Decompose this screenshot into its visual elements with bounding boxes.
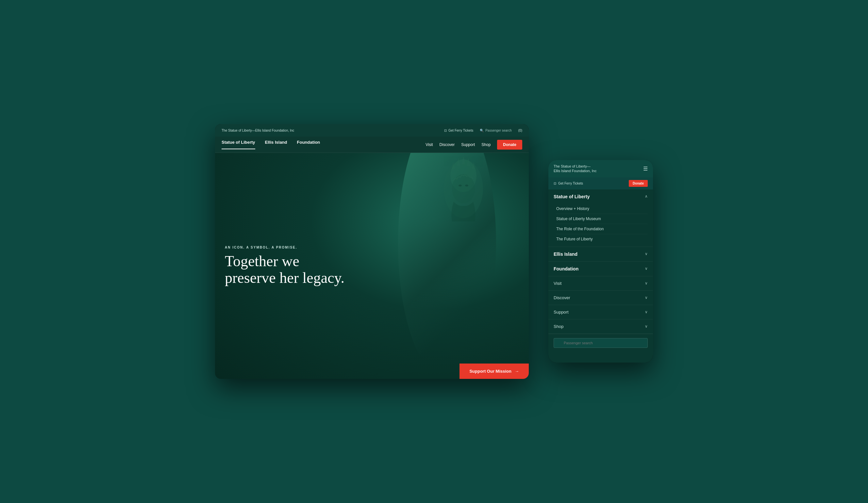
passenger-search[interactable]: 🔍 Passenger search bbox=[480, 129, 512, 132]
submenu-role-foundation[interactable]: The Role of the Foundation bbox=[556, 224, 648, 234]
primary-nav: Statue of Liberty Ellis Island Foundatio… bbox=[221, 140, 320, 149]
ferry-label: Get Ferry Tickets bbox=[448, 129, 473, 132]
mobile-ferry-bar: ⊡ Get Ferry Tickets Donate bbox=[548, 177, 653, 189]
chevron-down-icon-ellis: ∨ bbox=[645, 251, 648, 256]
hamburger-icon[interactable]: ☰ bbox=[643, 166, 648, 172]
mobile-mockup: The Statue of Liberty— Ellis Island Foun… bbox=[548, 160, 653, 363]
chevron-down-icon-support: ∨ bbox=[645, 310, 648, 315]
mobile-search-section: 🔍 bbox=[548, 334, 653, 352]
support-mission-arrow: → bbox=[515, 369, 519, 374]
chevron-down-icon-foundation: ∨ bbox=[645, 266, 648, 271]
nav-foundation[interactable]: Foundation bbox=[297, 140, 320, 149]
chevron-down-icon-visit: ∨ bbox=[645, 281, 648, 286]
nav-statue-of-liberty[interactable]: Statue of Liberty bbox=[221, 140, 255, 149]
mobile-site-title: The Statue of Liberty— Ellis Island Foun… bbox=[554, 164, 597, 174]
mobile-link-shop[interactable]: Shop ∨ bbox=[548, 319, 653, 334]
mobile-section-title-statue: Statue of Liberty bbox=[554, 194, 590, 199]
mobile-section-foundation-header[interactable]: Foundation ∨ bbox=[548, 262, 653, 276]
tablet-topbar: The Statue of Liberty—Ellis Island Found… bbox=[215, 124, 529, 137]
mobile-section-statue-header[interactable]: Statue of Liberty ∧ bbox=[548, 189, 653, 204]
mobile-section-title-foundation: Foundation bbox=[554, 266, 578, 271]
mobile-link-visit[interactable]: Visit ∨ bbox=[548, 276, 653, 291]
mobile-section-ellis-header[interactable]: Ellis Island ∨ bbox=[548, 247, 653, 261]
donate-button[interactable]: Donate bbox=[497, 140, 522, 150]
mobile-section-foundation: Foundation ∨ bbox=[548, 262, 653, 276]
nav-shop[interactable]: Shop bbox=[482, 143, 490, 147]
mobile-menu: Statue of Liberty ∧ Overview + History S… bbox=[548, 189, 653, 363]
svg-point-8 bbox=[458, 185, 462, 187]
mobile-title-line2: Ellis Island Foundation, Inc bbox=[554, 169, 597, 173]
mobile-section-statue-of-liberty: Statue of Liberty ∧ Overview + History S… bbox=[548, 189, 653, 247]
hero-tagline: AN ICON. A SYMBOL. A PROMISE. bbox=[225, 245, 349, 249]
tablet-navbar: Statue of Liberty Ellis Island Foundatio… bbox=[215, 137, 529, 153]
secondary-nav: Visit Discover Support Shop Donate bbox=[425, 140, 522, 150]
tablet-hero: AN ICON. A SYMBOL. A PROMISE. Together w… bbox=[215, 153, 529, 379]
mobile-donate-button[interactable]: Donate bbox=[629, 180, 648, 187]
tablet-mockup: The Statue of Liberty—Ellis Island Found… bbox=[215, 124, 529, 379]
search-icon: 🔍 bbox=[480, 129, 484, 132]
svg-point-9 bbox=[465, 185, 468, 187]
site-name: The Statue of Liberty—Ellis Island Found… bbox=[221, 129, 294, 132]
mobile-section-title-ellis: Ellis Island bbox=[554, 251, 578, 257]
mobile-link-shop-label: Shop bbox=[554, 324, 564, 329]
nav-support[interactable]: Support bbox=[461, 143, 475, 147]
mobile-title-line1: The Statue of Liberty— bbox=[554, 164, 597, 169]
chevron-up-icon: ∧ bbox=[645, 194, 648, 199]
account-button[interactable]: (0) bbox=[518, 129, 522, 132]
nav-discover[interactable]: Discover bbox=[440, 143, 455, 147]
mobile-ferry-label: Get Ferry Tickets bbox=[558, 181, 583, 185]
submenu-statue-museum[interactable]: Statue of Liberty Museum bbox=[556, 214, 648, 224]
nav-visit[interactable]: Visit bbox=[425, 143, 433, 147]
ferry-tickets-button[interactable]: ⊡ Get Ferry Tickets bbox=[444, 129, 473, 132]
submenu-future-liberty[interactable]: The Future of Liberty bbox=[556, 234, 648, 244]
topbar-actions: ⊡ Get Ferry Tickets 🔍 Passenger search (… bbox=[444, 129, 522, 132]
hero-content: AN ICON. A SYMBOL. A PROMISE. Together w… bbox=[225, 245, 349, 286]
mobile-submenu-statue: Overview + History Statue of Liberty Mus… bbox=[548, 204, 653, 247]
scene: The Statue of Liberty—Ellis Island Found… bbox=[0, 0, 868, 503]
mobile-link-discover[interactable]: Discover ∨ bbox=[548, 291, 653, 305]
hero-headline: Together we preserve her legacy. bbox=[225, 253, 349, 286]
chevron-down-icon-shop: ∨ bbox=[645, 324, 648, 329]
mobile-section-ellis-island: Ellis Island ∨ bbox=[548, 247, 653, 262]
support-mission-button[interactable]: Support Our Mission → bbox=[459, 364, 529, 379]
mobile-ferry-button[interactable]: ⊡ Get Ferry Tickets bbox=[554, 181, 583, 185]
search-label: Passenger search bbox=[485, 129, 512, 132]
nav-ellis-island[interactable]: Ellis Island bbox=[265, 140, 287, 149]
mobile-link-support[interactable]: Support ∨ bbox=[548, 305, 653, 319]
mobile-link-support-label: Support bbox=[554, 310, 569, 315]
mobile-link-discover-label: Discover bbox=[554, 295, 570, 300]
mobile-link-visit-label: Visit bbox=[554, 281, 561, 286]
support-mission-label: Support Our Mission bbox=[469, 369, 512, 374]
mobile-search-wrapper: 🔍 bbox=[554, 338, 648, 348]
chevron-down-icon-discover: ∨ bbox=[645, 295, 648, 300]
mobile-ferry-icon: ⊡ bbox=[554, 181, 556, 185]
mobile-topbar: The Statue of Liberty— Ellis Island Foun… bbox=[548, 160, 653, 177]
statue-crown-svg bbox=[437, 156, 489, 221]
mobile-search-input[interactable] bbox=[554, 338, 648, 348]
submenu-overview-history[interactable]: Overview + History bbox=[556, 204, 648, 214]
ferry-icon: ⊡ bbox=[444, 129, 447, 132]
